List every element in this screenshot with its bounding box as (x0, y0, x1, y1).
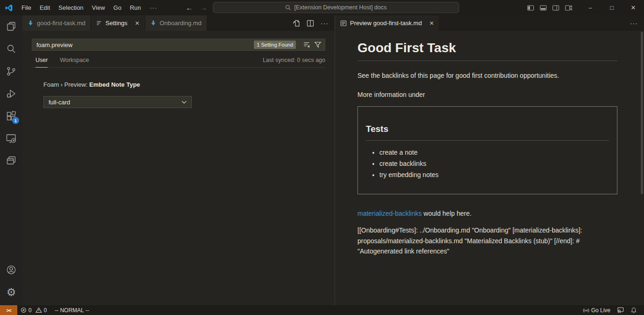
materialized-backlinks-link[interactable]: materialized-backlinks (357, 210, 422, 217)
status-bar: >< 0 0 -- NORMAL -- Go Live (0, 305, 644, 315)
list-item: try embedding notes (379, 171, 609, 178)
close-tab-icon[interactable]: ✕ (135, 20, 140, 27)
settings-scope-tabs: User Workspace Last synced: 0 secs ago (32, 57, 325, 68)
maximize-button[interactable]: □ (601, 0, 623, 15)
command-center-search[interactable]: [Extension Development Host] docs (213, 2, 459, 13)
notifications-button[interactable] (627, 305, 640, 315)
embedded-note-card: Tests create a note create backlinks try… (357, 106, 617, 194)
history-nav: ← → (186, 0, 207, 15)
broadcast-icon (583, 307, 589, 314)
preview-scrollbar[interactable] (641, 32, 643, 194)
markdown-file-icon (150, 20, 156, 26)
close-window-button[interactable]: ✕ (623, 0, 644, 15)
sync-status-label: Last synced: 0 secs ago (263, 57, 325, 67)
markdown-file-icon (28, 20, 34, 26)
error-count: 0 (28, 307, 32, 314)
source-control-icon[interactable] (0, 60, 22, 82)
open-settings-json-icon[interactable] (293, 20, 300, 27)
menu-file[interactable]: File (17, 0, 35, 15)
link-suffix: would help here. (422, 210, 472, 217)
toggle-secondary-sidebar-icon[interactable] (552, 4, 560, 12)
tab-onboarding[interactable]: Onboarding.md (145, 15, 207, 31)
tab-good-first-task[interactable]: good-first-task.md (22, 15, 91, 31)
vscode-window: File Edit Selection View Go Run ··· ← → … (0, 0, 644, 315)
editor-group-left: good-first-task.md Settings ✕ (22, 15, 335, 305)
menu-edit[interactable]: Edit (35, 0, 54, 15)
explorer-icon[interactable] (0, 15, 22, 38)
search-view-icon[interactable] (0, 38, 22, 60)
setting-item: Foam › Preview: Embed Note Type full-car… (43, 81, 325, 108)
windows-stack-icon[interactable] (0, 150, 22, 172)
extensions-icon[interactable]: 1 (0, 105, 22, 127)
list-item: create a note (379, 149, 609, 156)
window-controls: – □ ✕ (527, 0, 644, 15)
link-paragraph: materialized-backlinks would help here. (357, 210, 617, 217)
activity-bar: 1 (0, 15, 22, 305)
clear-settings-search-icon[interactable] (303, 41, 311, 48)
search-icon (285, 5, 291, 11)
settings-gear-icon[interactable]: ⚙ (0, 281, 22, 303)
problems-status[interactable]: 0 0 (17, 305, 50, 315)
error-icon (21, 307, 27, 313)
warning-icon (35, 307, 42, 313)
embed-heading: Tests (366, 124, 609, 141)
settings-search-value: foam.preview (36, 41, 72, 48)
setting-title: Foam › Preview: Embed Note Type (43, 81, 325, 88)
filter-settings-icon[interactable] (314, 41, 322, 48)
settings-search-input[interactable]: foam.preview 1 Setting Found (32, 39, 325, 51)
close-tab-icon[interactable]: ✕ (429, 20, 434, 27)
more-actions-icon[interactable]: ··· (321, 20, 329, 27)
minimize-button[interactable]: – (580, 0, 601, 15)
workbench: 1 (0, 15, 644, 305)
back-arrow-icon[interactable]: ← (186, 4, 193, 12)
remote-indicator[interactable]: >< (0, 305, 17, 315)
embed-note-type-select[interactable]: full-card (43, 96, 192, 108)
menu-selection[interactable]: Selection (54, 0, 87, 15)
scope-tab-user[interactable]: User (35, 57, 48, 68)
menu-view[interactable]: View (88, 0, 109, 15)
accounts-icon[interactable] (0, 259, 22, 281)
preview-paragraph: More information under (357, 91, 617, 98)
tab-label: Preview good-first-task.md (350, 20, 422, 27)
tab-label: Settings (105, 20, 127, 27)
extensions-badge: 1 (12, 117, 19, 124)
link-references-paragraph: [[Onboarding#Tests]: ../Onboarding.md "O… (357, 225, 617, 257)
go-live-button[interactable]: Go Live (580, 305, 614, 315)
vim-mode-status: -- NORMAL -- (50, 307, 89, 314)
editor-actions-right: ··· (630, 15, 644, 31)
chevron-down-icon (182, 101, 187, 104)
markdown-preview: Good First Task See the backlinks of thi… (335, 31, 644, 305)
menu-run[interactable]: Run (126, 0, 145, 15)
customize-layout-icon[interactable] (565, 4, 572, 12)
bell-icon (630, 307, 637, 314)
preview-heading: Good First Task (357, 41, 617, 61)
menu-go[interactable]: Go (109, 0, 126, 15)
scope-tab-workspace[interactable]: Workspace (60, 57, 89, 67)
more-actions-icon[interactable]: ··· (630, 20, 638, 27)
preview-paragraph: See the backlinks of this page for good … (357, 72, 617, 79)
tab-bar-right: Preview good-first-task.md ✕ ··· (335, 15, 644, 31)
run-debug-icon[interactable] (0, 82, 22, 105)
feedback-button[interactable] (614, 305, 627, 315)
settings-editor: foam.preview 1 Setting Found (22, 31, 335, 305)
embed-list: create a note create backlinks try embed… (366, 149, 609, 178)
toggle-sidebar-icon[interactable] (527, 4, 534, 12)
settings-editor-icon (96, 20, 102, 26)
remote-explorer-icon[interactable] (0, 127, 22, 150)
tab-bar-left: good-first-task.md Settings ✕ (22, 15, 335, 31)
markdown-preview-icon (340, 20, 347, 27)
forward-arrow-icon[interactable]: → (200, 4, 207, 12)
tab-preview-good-first-task[interactable]: Preview good-first-task.md ✕ (335, 15, 440, 31)
setting-category: Foam › Preview: (43, 81, 89, 88)
toggle-panel-icon[interactable] (539, 4, 547, 12)
editor-actions-left: ··· (293, 15, 335, 31)
go-live-label: Go Live (591, 307, 610, 314)
menu-overflow[interactable]: ··· (145, 0, 162, 15)
person-screen-icon (617, 307, 624, 314)
tab-label: good-first-task.md (37, 20, 85, 27)
tab-settings[interactable]: Settings ✕ (91, 15, 145, 31)
list-item: create backlinks (379, 160, 609, 167)
editor-group-right: Preview good-first-task.md ✕ ··· Good Fi… (335, 15, 644, 305)
split-editor-icon[interactable] (307, 20, 314, 27)
settings-count-badge: 1 Setting Found (254, 41, 296, 49)
